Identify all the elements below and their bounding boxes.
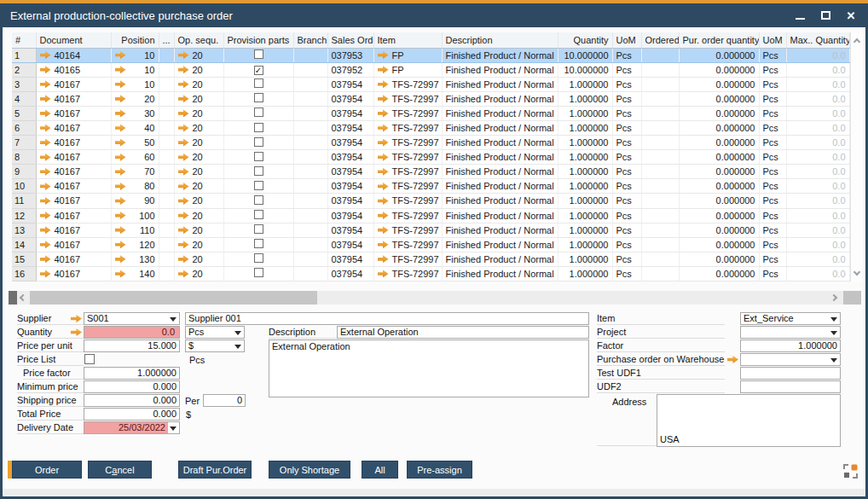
cell-position[interactable]: 80 [111,179,159,194]
table-row[interactable]: 16 40167 140 20 037954 TFS-72997 Finishe… [12,266,849,281]
cell-description[interactable]: Finished Product / Normal [442,266,558,281]
cell-branch[interactable] [293,106,327,120]
cell-op-sequ[interactable]: 20 [174,120,223,135]
provision-checkbox[interactable] [254,239,263,248]
cell-pur-uom[interactable]: Pcs [759,106,786,120]
cell-op-sequ[interactable]: 20 [174,77,223,91]
item-dropdown[interactable]: Ext_Service [740,312,841,325]
test-udf1-field[interactable] [740,367,841,380]
cell-pur-uom[interactable]: Pcs [759,194,786,208]
cell-max-quantity[interactable]: 0.0 [786,165,849,179]
provision-checkbox[interactable] [254,268,263,277]
link-arrow-icon[interactable] [40,95,51,102]
long-description-textarea[interactable]: External Operation [269,339,589,397]
cell-position[interactable]: 10 [111,77,159,91]
link-arrow-icon[interactable] [115,241,126,248]
scroll-up-icon[interactable] [853,38,859,45]
table-row[interactable]: 7 40167 50 20 037954 TFS-72997 Finished … [12,136,849,150]
cell-provision-parts[interactable] [223,237,293,252]
table-row[interactable]: 12 40167 100 20 037954 TFS-72997 Finishe… [12,208,849,223]
cell-branch[interactable] [293,194,327,208]
cell-document[interactable]: 40167 [36,237,111,252]
cell-pur-order-quantity[interactable]: 0.000000 [679,237,759,252]
link-arrow-icon[interactable] [115,226,126,234]
cell-max-quantity[interactable]: 0.0 [786,48,849,62]
cell-quantity[interactable]: 1.000000 [558,77,612,91]
cell-document[interactable]: 40167 [36,120,111,135]
cell-op-sequ[interactable]: 20 [174,237,223,252]
cell-op-sequ[interactable]: 20 [174,252,223,266]
link-arrow-icon[interactable] [40,139,51,147]
cell-description[interactable]: Finished Product / Normal [442,237,558,252]
cell-quantity[interactable]: 1.000000 [558,120,612,135]
cell-sales-order[interactable]: 037954 [327,77,373,91]
cell-branch[interactable] [293,150,327,165]
link-arrow-icon[interactable] [40,80,51,88]
cell-uom[interactable]: Pcs [612,91,641,106]
cell-item[interactable]: TFS-72997 [373,266,442,281]
cell-branch[interactable] [293,77,327,91]
link-arrow-icon[interactable] [40,125,51,132]
cell-position[interactable]: 100 [111,208,159,223]
cell-ordered[interactable] [641,120,679,135]
cell-uom[interactable]: Pcs [612,179,641,194]
provision-checkbox[interactable] [254,210,263,219]
link-arrow-icon[interactable] [115,154,126,161]
cell-pur-order-quantity[interactable]: 0.000000 [679,120,759,135]
cell-position[interactable]: 10 [111,62,159,77]
all-button[interactable]: All [362,461,398,479]
scroll-right-button[interactable] [830,292,842,304]
cell-uom[interactable]: Pcs [612,136,641,150]
link-arrow-icon[interactable] [40,241,51,248]
cell-dots[interactable] [159,194,174,208]
cell-provision-parts[interactable] [223,136,293,150]
cell-op-sequ[interactable]: 20 [174,48,223,62]
provision-checkbox[interactable] [254,123,263,132]
cell-ordered[interactable] [641,62,679,77]
cell-op-sequ[interactable]: 20 [174,223,223,237]
quantity-field[interactable]: 0.0 [84,326,180,339]
cell-item[interactable]: TFS-72997 [373,194,442,208]
column-header-quantity[interactable]: Quantity [558,32,612,48]
cell-op-sequ[interactable]: 20 [174,136,223,150]
link-arrow-icon[interactable] [178,183,189,190]
cell-max-quantity[interactable]: 0.0 [786,91,849,106]
link-arrow-icon[interactable] [178,80,189,88]
link-arrow-icon[interactable] [178,51,189,59]
cell-max-quantity[interactable]: 0.0 [786,237,849,252]
table-row[interactable]: 13 40167 110 20 037954 TFS-72997 Finishe… [12,223,849,237]
cell-pur-order-quantity[interactable]: 0.000000 [679,136,759,150]
cell-pur-uom[interactable]: Pcs [759,48,786,62]
cell-pur-order-quantity[interactable]: 0.000000 [679,62,759,77]
cell-sales-order[interactable]: 037952 [327,62,373,77]
cell-quantity[interactable]: 1.000000 [558,208,612,223]
form-resize-icon[interactable] [843,464,858,479]
cell-quantity[interactable]: 1.000000 [558,179,612,194]
link-arrow-icon[interactable] [115,109,126,117]
cell-provision-parts[interactable] [223,150,293,165]
cell-position[interactable]: 70 [111,165,159,179]
provision-checkbox[interactable] [254,166,263,176]
row-number[interactable]: 8 [12,150,36,165]
provision-checkbox[interactable] [254,49,263,59]
provision-checkbox[interactable] [254,253,263,263]
cell-item[interactable]: TFS-72997 [373,77,442,91]
cell-dots[interactable] [159,266,174,281]
row-number[interactable]: 3 [12,77,36,91]
cell-dots[interactable] [159,106,174,120]
link-arrow-icon[interactable] [178,154,189,161]
link-arrow-icon[interactable] [378,125,389,132]
cell-provision-parts[interactable] [223,120,293,135]
grid-horizontal-scrollbar[interactable] [9,291,861,305]
cell-description[interactable]: Finished Product / Normal [442,194,558,208]
cell-pur-uom[interactable]: Pcs [759,252,786,266]
cell-description[interactable]: Finished Product / Normal [442,106,558,120]
cell-dots[interactable] [159,136,174,150]
cell-dots[interactable] [159,223,174,237]
link-arrow-icon[interactable] [178,109,189,117]
cell-sales-order[interactable]: 037954 [327,252,373,266]
cell-uom[interactable]: Pcs [612,48,641,62]
table-row[interactable]: 6 40167 40 20 037954 TFS-72997 Finished … [12,120,849,135]
column-header-rownum[interactable]: # [12,32,36,48]
cell-max-quantity[interactable]: 0.0 [786,252,849,266]
